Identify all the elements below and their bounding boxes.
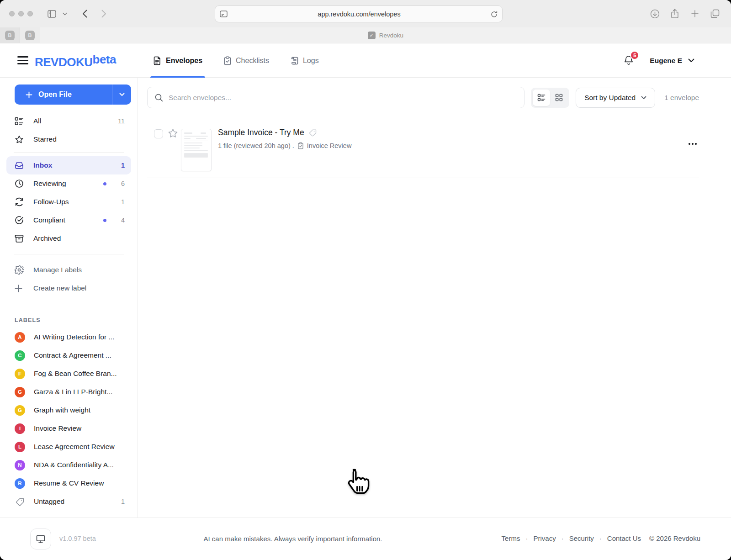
row-overflow-menu[interactable] <box>689 143 697 145</box>
list-view-button[interactable] <box>533 90 550 106</box>
clock-icon <box>15 179 24 188</box>
sidebar-item-compliant[interactable]: Compliant 4 <box>6 211 131 229</box>
result-count: 1 envelope <box>664 94 699 102</box>
tab-title: Revdoku <box>379 32 403 39</box>
envelope-row[interactable]: Sample Invoice - Try Me 1 file (reviewed… <box>147 122 699 178</box>
envelope-title[interactable]: Sample Invoice - Try Me <box>218 128 304 137</box>
check-circle-icon <box>15 216 24 225</box>
sidebar-item-archived[interactable]: Archived <box>6 229 131 248</box>
label-count: 1 <box>121 498 125 505</box>
zoom-window-button[interactable] <box>27 11 33 16</box>
search-input[interactable] <box>169 94 517 102</box>
sidebar-item-follow-ups[interactable]: Follow-Ups 1 <box>6 193 131 211</box>
star-icon[interactable] <box>168 128 178 138</box>
sidebar-nav: All 11 Starred Inbox 1 <box>6 112 131 511</box>
terms-link[interactable]: Terms <box>502 534 520 542</box>
security-link[interactable]: Security <box>569 534 594 542</box>
pinned-tab-1[interactable]: B <box>0 27 20 43</box>
tab-overview-icon[interactable] <box>707 7 723 21</box>
sidebar-item-count: 1 <box>121 162 125 169</box>
app-logo[interactable]: REVDOKUbeta <box>35 53 116 69</box>
close-window-button[interactable] <box>9 11 15 16</box>
label-item-graph-weight[interactable]: G Graph with weight <box>6 401 131 419</box>
tab-label: Checklists <box>236 57 269 65</box>
beta-badge: beta <box>93 53 116 66</box>
label-item-untagged[interactable]: Untagged 1 <box>6 492 131 511</box>
label-name: Fog & Bean Coffee Bran... <box>34 370 125 378</box>
tab-logs[interactable]: Logs <box>290 43 319 78</box>
archive-icon <box>15 234 24 243</box>
back-button[interactable] <box>77 7 92 21</box>
list-view-icon <box>537 94 546 101</box>
sidebar-toggle-icon[interactable] <box>44 7 59 21</box>
new-tab-icon[interactable] <box>687 7 703 21</box>
label-item-lease-agreement[interactable]: L Lease Agreement Review <box>6 438 131 456</box>
sidebar-item-count: 11 <box>118 117 125 125</box>
notifications-button[interactable]: 5 <box>623 55 634 67</box>
label-badge: G <box>15 387 25 397</box>
tab-group-chevron-icon[interactable] <box>59 7 70 21</box>
open-file-main[interactable]: Open File <box>15 90 112 99</box>
page-format-icon[interactable] <box>220 11 228 17</box>
pinned-tab-2[interactable]: B <box>20 27 40 43</box>
clipboard-icon <box>297 142 304 149</box>
star-icon <box>15 135 24 144</box>
label-item-fog-bean[interactable]: F Fog & Bean Coffee Bran... <box>6 365 131 383</box>
primary-nav: Envelopes Checklists Logs <box>153 43 319 78</box>
forward-button[interactable] <box>96 7 111 21</box>
clipboard-check-icon <box>223 56 232 65</box>
downloads-icon[interactable] <box>647 7 662 21</box>
open-file-dropdown[interactable] <box>112 85 131 105</box>
privacy-link[interactable]: Privacy <box>533 534 556 542</box>
window-traffic-lights[interactable] <box>9 11 33 16</box>
logo-text: REVDOKU <box>35 55 93 69</box>
plus-icon <box>15 285 24 292</box>
address-bar[interactable]: app.revdoku.com/envelopes <box>215 5 503 22</box>
hamburger-menu-icon[interactable] <box>17 55 28 66</box>
monitor-icon <box>36 535 45 544</box>
label-item-invoice-review[interactable]: I Invoice Review <box>6 419 131 438</box>
tab-label: Envelopes <box>166 57 202 65</box>
contact-us-link[interactable]: Contact Us <box>607 534 641 542</box>
sidebar-item-count: 1 <box>121 198 125 206</box>
label-item-contract[interactable]: C Contract & Agreement ... <box>6 346 131 365</box>
sidebar-item-all[interactable]: All 11 <box>6 112 131 130</box>
version-text: v1.0.97 beta <box>59 535 96 542</box>
search-box[interactable] <box>147 87 524 108</box>
system-status-button[interactable] <box>30 528 51 549</box>
create-new-label-button[interactable]: Create new label <box>6 279 131 297</box>
url-text[interactable]: app.revdoku.com/envelopes <box>228 11 491 18</box>
user-menu[interactable]: Eugene E <box>650 57 694 65</box>
grid-view-button[interactable] <box>550 90 567 106</box>
footer-links: Terms · Privacy · Security · Contact Us … <box>500 534 700 542</box>
sidebar-item-label: Inbox <box>33 161 111 169</box>
label-item-garza-lin[interactable]: G Garza & Lin LLP-Bright... <box>6 383 131 401</box>
label-item-ai-writing[interactable]: A AI Writing Detection for ... <box>6 328 131 346</box>
label-item-nda[interactable]: N NDA & Confidentiality A... <box>6 456 131 474</box>
row-checkbox[interactable] <box>154 129 163 138</box>
minimize-window-button[interactable] <box>18 11 24 16</box>
label-badge: G <box>15 405 25 416</box>
sidebar-item-reviewing[interactable]: Reviewing 6 <box>6 174 131 193</box>
reload-icon[interactable] <box>491 11 498 18</box>
copyright-text: © 2026 Revdoku <box>649 534 700 542</box>
sidebar-item-inbox[interactable]: Inbox 1 <box>6 156 131 174</box>
app-header: REVDOKUbeta Envelopes Checklists Logs <box>0 43 731 78</box>
label-name: Lease Agreement Review <box>34 443 125 451</box>
label-badge: A <box>15 332 25 343</box>
open-file-button[interactable]: Open File <box>15 85 131 105</box>
tab-checklists[interactable]: Checklists <box>223 43 269 78</box>
manage-labels-button[interactable]: Manage Labels <box>6 261 131 279</box>
active-browser-tab[interactable]: ✓ Revdoku <box>40 27 731 43</box>
share-icon[interactable] <box>667 7 683 21</box>
label-badge: I <box>15 423 25 434</box>
tag-icon <box>15 497 25 506</box>
sidebar-item-label: Archived <box>33 234 115 243</box>
sidebar-item-starred[interactable]: Starred <box>6 130 131 148</box>
tag-icon[interactable] <box>309 129 317 137</box>
document-icon <box>153 56 162 65</box>
tab-envelopes[interactable]: Envelopes <box>153 43 202 78</box>
envelope-thumbnail[interactable] <box>181 129 212 171</box>
sort-dropdown[interactable]: Sort by Updated <box>576 88 655 108</box>
label-item-resume-cv[interactable]: R Resume & CV Review <box>6 474 131 492</box>
